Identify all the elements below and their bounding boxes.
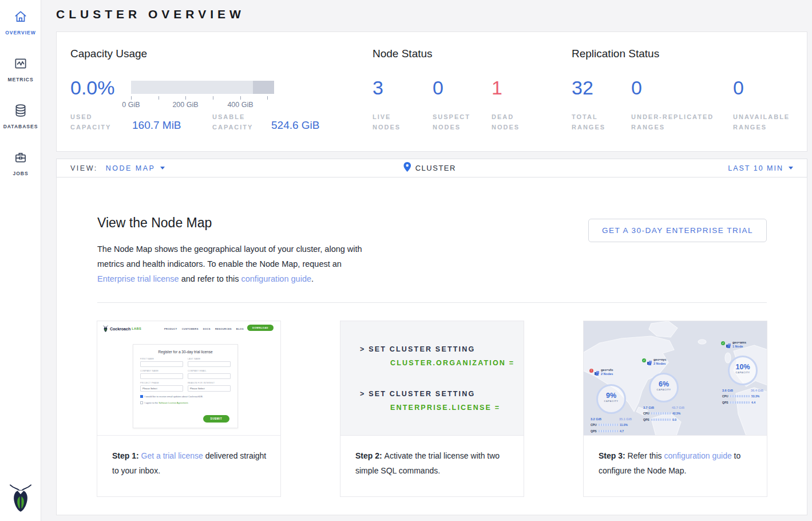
breadcrumb-cluster: CLUSTER (403, 162, 456, 174)
qps-value: 4.4 (751, 401, 755, 404)
used-capacity-value: 160.7 MiB (132, 119, 181, 132)
unavailable-ranges-label: UNAVAILABLE RANGES (733, 112, 807, 132)
warning-status-icon: ! (589, 369, 593, 373)
sql-prompt-line: > SET CLUSTER SETTING (360, 345, 475, 353)
mini-nav-customers[interactable]: CUSTOMERS (182, 327, 199, 330)
capacity-total: 35.1 GiB (619, 417, 632, 421)
step-3-text: Refer this (628, 451, 664, 460)
capacity-percent: 10% (730, 364, 756, 371)
view-selector-value: NODE MAP (106, 164, 156, 172)
mini-project-phase-select[interactable]: Please Select (140, 385, 183, 392)
configuration-guide-link[interactable]: configuration guide (241, 274, 311, 283)
usable-capacity-value: 524.6 GiB (271, 119, 320, 132)
region-node-count: 1 Node (732, 345, 746, 349)
qps-label: QPS (643, 418, 649, 421)
cpu-label: CPU (643, 412, 649, 415)
healthy-status-icon: ✓ (642, 358, 646, 362)
qps-bar (651, 419, 671, 421)
time-range-dropdown[interactable]: LAST 10 MIN (728, 164, 793, 172)
trial-register-form: Register for a 30-day trial license FIRS… (133, 344, 238, 428)
get-trial-license-link[interactable]: Get a trial license (141, 451, 203, 460)
capacity-label: CAPACITY (730, 371, 756, 374)
cpu-label: CPU (591, 423, 597, 427)
step-card-1: Cockroach LABS PRODUCT CUSTOMERS DOCS RE… (97, 321, 281, 497)
map-region-nyc: ✓ geo=nyc 2 Nodes 6% CAPACITY 3.7 GiB 43… (642, 358, 694, 368)
mini-field-label: COMPANY NAME (140, 370, 183, 372)
capacity-used: 3.7 GiB (643, 406, 654, 409)
mini-download-button[interactable]: DOWNLOAD (247, 325, 274, 331)
capacity-axis-ticks (131, 96, 274, 100)
mini-submit-button[interactable]: SUBMIT (203, 415, 229, 423)
total-ranges-label: TOTAL RANGES (572, 112, 617, 132)
mini-first-name-input[interactable] (140, 361, 183, 367)
mini-license-agreement-link[interactable]: Software License Agreement. (159, 401, 188, 404)
sidebar-item-label: METRICS (0, 77, 41, 82)
page-title: CLUSTER OVERVIEW (56, 7, 245, 21)
divider (97, 302, 767, 303)
mini-company-name-input[interactable] (140, 373, 183, 379)
step-3-caption: Step 3: Refer this configuration guide t… (584, 436, 767, 478)
configuration-guide-link[interactable]: configuration guide (664, 451, 731, 460)
mini-email-updates-checkbox[interactable] (140, 395, 143, 398)
capacity-gauge: 9% CAPACITY (596, 384, 626, 414)
nodes-cube-icon (726, 341, 731, 351)
mini-field-label: LAST NAME (188, 358, 231, 360)
trial-license-screenshot: Cockroach LABS PRODUCT CUSTOMERS DOCS RE… (97, 321, 280, 436)
sql-commands-preview: > SET CLUSTER SETTING CLUSTER.ORGANIZATI… (340, 321, 524, 436)
mini-nav-blog[interactable]: BLOG (236, 327, 244, 330)
mini-checkbox-text: I agree to the (145, 401, 159, 404)
step-3-label: Step 3: (599, 451, 628, 460)
sql-setting-line: ENTERPRISE.LICENSE = (390, 404, 500, 412)
mini-license-agreement-checkbox[interactable] (140, 401, 143, 404)
dead-nodes-value: 1 (492, 78, 502, 97)
capacity-total: 36.4 GiB (751, 389, 763, 392)
sidebar: OVERVIEW METRICS DATABASES JOBS (0, 0, 41, 521)
dead-nodes-label: DEAD NODES (492, 112, 537, 132)
region-node-count: 2 Nodes (653, 362, 666, 366)
suspect-nodes-value: 0 (433, 78, 443, 97)
capacity-usage-title: Capacity Usage (70, 48, 147, 60)
replication-status-title: Replication Status (572, 48, 659, 60)
cpu-value: 53.3% (751, 394, 759, 398)
capacity-label: CAPACITY (598, 400, 624, 402)
sidebar-item-jobs[interactable]: JOBS (0, 150, 41, 176)
region-node-count: 2 Nodes (601, 372, 613, 376)
under-replicated-ranges-label: UNDER-REPLICATED RANGES (631, 112, 737, 132)
step-1-label: Step 1: (112, 451, 141, 460)
sidebar-item-label: DATABASES (0, 124, 41, 129)
mini-field-label: COMPANY EMAIL (188, 370, 231, 372)
qps-label: QPS (591, 429, 597, 433)
under-replicated-ranges-value: 0 (631, 78, 642, 97)
mini-nav-product[interactable]: PRODUCT (164, 327, 177, 330)
mini-company-email-input[interactable] (188, 373, 231, 379)
view-selector-dropdown[interactable]: NODE MAP (106, 164, 165, 172)
step-card-3: ! geo=sfo 2 Nodes 9% CAPACITY 3.2 GiB 35… (583, 321, 767, 497)
qps-bar (599, 430, 618, 432)
mini-last-name-input[interactable] (188, 361, 231, 367)
step-2-label: Step 2: (355, 451, 385, 460)
mini-reason-select[interactable]: Please Select (188, 385, 231, 392)
capacity-tick-label: 0 GiB (122, 101, 140, 109)
sidebar-item-label: JOBS (0, 171, 41, 176)
map-region-ams: ✓ geo=ams 1 Node 10% CAPACITY 3.6 GiB 36… (721, 341, 767, 351)
qps-bar (730, 401, 750, 404)
capacity-bar-reserved-segment (253, 81, 275, 94)
briefcase-icon (13, 157, 28, 167)
capacity-percent: 6% (651, 381, 677, 388)
enterprise-trial-button[interactable]: GET A 30-DAY ENTERPRISE TRIAL (588, 219, 767, 242)
time-range-value: LAST 10 MIN (728, 164, 783, 172)
sidebar-item-metrics[interactable]: METRICS (0, 56, 41, 82)
enterprise-trial-license-link[interactable]: Enterprise trial license (97, 274, 179, 283)
sidebar-item-overview[interactable]: OVERVIEW (0, 9, 41, 35)
sidebar-item-databases[interactable]: DATABASES (0, 103, 41, 129)
database-icon (13, 110, 28, 120)
sql-setting-line: CLUSTER.ORGANIZATION = (390, 359, 514, 367)
total-ranges-value: 32 (572, 78, 593, 97)
metrics-icon (13, 63, 28, 73)
capacity-used: 3.2 GiB (591, 417, 601, 421)
cluster-breadcrumb-label: CLUSTER (415, 164, 456, 172)
healthy-status-icon: ✓ (721, 341, 725, 345)
cluster-overview-page: OVERVIEW METRICS DATABASES JOBS (0, 0, 812, 521)
mini-nav-docs[interactable]: DOCS (203, 327, 211, 330)
mini-nav-resources[interactable]: RESOURCES (215, 327, 232, 330)
